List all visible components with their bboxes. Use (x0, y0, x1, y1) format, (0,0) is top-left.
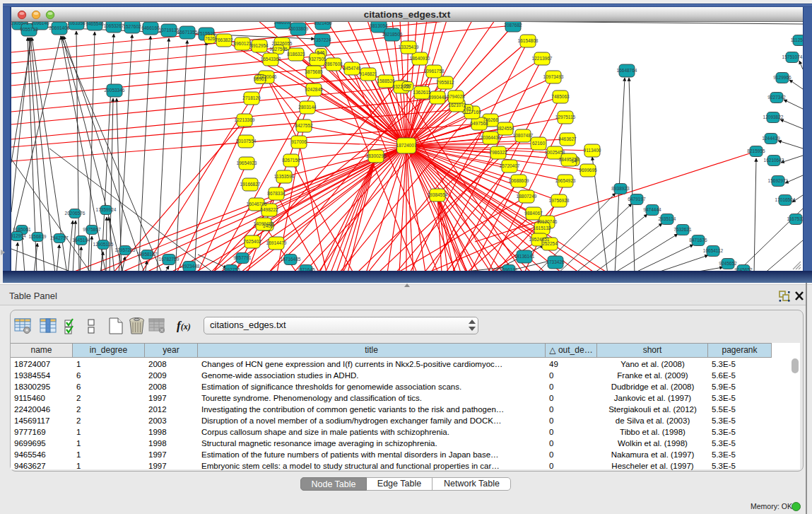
svg-text:9113400: 9113400 (584, 148, 601, 153)
svg-text:257: 257 (404, 83, 412, 88)
svg-text:15716485: 15716485 (281, 257, 301, 262)
svg-text:9185061: 9185061 (13, 227, 31, 232)
svg-text:8938923: 8938923 (611, 186, 630, 191)
svg-text:9699695: 9699695 (579, 168, 597, 173)
svg-text:8186323: 8186323 (287, 52, 305, 57)
svg-text:12923448: 12923448 (180, 264, 200, 269)
svg-text:10120746: 10120746 (537, 219, 558, 224)
svg-text:9975867: 9975867 (83, 227, 101, 232)
svg-text:12093822: 12093822 (763, 115, 784, 119)
svg-text:1362615: 1362615 (413, 90, 431, 95)
svg-text:1733426: 1733426 (546, 259, 565, 264)
svg-text:17016504: 17016504 (775, 197, 796, 202)
svg-text:15751074: 15751074 (782, 54, 803, 59)
svg-text:10688609: 10688609 (509, 178, 529, 183)
svg-text:16914479: 16914479 (266, 240, 287, 245)
svg-text:2935114: 2935114 (659, 216, 676, 221)
svg-text:12213967: 12213967 (532, 56, 553, 61)
svg-text:3875685: 3875685 (305, 69, 323, 74)
svg-text:7515526: 7515526 (197, 31, 216, 36)
svg-text:1244419: 1244419 (762, 136, 780, 141)
svg-text:16154808: 16154808 (518, 38, 539, 43)
svg-text:19218506: 19218506 (382, 32, 403, 37)
svg-text:2718120: 2718120 (242, 95, 261, 100)
svg-text:12975115: 12975115 (555, 115, 576, 119)
svg-text:8427552: 8427552 (295, 123, 313, 128)
svg-text:8267150: 8267150 (282, 158, 300, 163)
svg-text:3824554: 3824554 (496, 126, 514, 131)
svg-text:1063358: 1063358 (67, 22, 86, 25)
svg-text:10807487: 10807487 (513, 133, 534, 138)
svg-text:1588520: 1588520 (377, 78, 395, 83)
svg-text:15692971: 15692971 (768, 178, 789, 183)
svg-text:10973493: 10973493 (543, 74, 564, 79)
svg-text:1371645: 1371645 (297, 267, 315, 271)
svg-text:546: 546 (317, 50, 325, 55)
svg-text:16046796: 16046796 (247, 201, 267, 206)
svg-text:1905571: 1905571 (11, 22, 29, 25)
svg-text:1615132: 1615132 (533, 226, 551, 230)
svg-text:16648764: 16648764 (617, 68, 637, 73)
svg-text:1696191: 1696191 (500, 267, 518, 271)
svg-text:11353594: 11353594 (274, 174, 295, 179)
svg-text:8678334: 8678334 (267, 191, 286, 196)
svg-text:8912954: 8912954 (250, 43, 269, 48)
svg-text:18495758: 18495758 (559, 157, 579, 162)
svg-text:62160: 62160 (532, 141, 545, 146)
svg-text:7626: 7626 (205, 36, 216, 41)
svg-text:6466160: 6466160 (141, 25, 160, 30)
svg-text:9857791: 9857791 (233, 255, 252, 260)
svg-text:18724007: 18724007 (396, 143, 417, 148)
svg-text:14136141: 14136141 (514, 254, 535, 259)
svg-text:6497568: 6497568 (470, 121, 488, 126)
svg-text:1645194: 1645194 (72, 238, 90, 243)
svg-text:7632621: 7632621 (673, 227, 692, 232)
svg-text:10653267: 10653267 (104, 23, 124, 28)
svg-text:6479197: 6479197 (628, 197, 646, 201)
svg-text:8813054: 8813054 (370, 23, 388, 28)
svg-text:2867608: 2867608 (324, 62, 343, 66)
svg-text:14099489: 14099489 (254, 221, 274, 226)
svg-text:7625402: 7625402 (243, 239, 261, 244)
svg-text:10654112: 10654112 (703, 248, 724, 253)
svg-text:9327505: 9327505 (308, 57, 326, 62)
svg-text:10025458: 10025458 (545, 150, 565, 155)
svg-text:15720407: 15720407 (500, 163, 520, 168)
svg-text:7663822: 7663822 (215, 37, 233, 42)
svg-text:8215955: 8215955 (747, 148, 765, 153)
svg-text:98961: 98961 (254, 76, 266, 81)
svg-text:7485063: 7485063 (551, 94, 570, 99)
svg-text:3912954: 3912954 (11, 233, 26, 238)
svg-text:2096140: 2096140 (31, 22, 49, 25)
svg-text:1156819: 1156819 (29, 234, 47, 239)
svg-text:18300295: 18300295 (366, 153, 387, 158)
svg-text:2942757: 2942757 (50, 235, 69, 240)
svg-text:9055713: 9055713 (20, 27, 38, 32)
svg-text:1527602: 1527602 (123, 24, 141, 29)
svg-text:16782759: 16782759 (159, 257, 180, 262)
svg-text:9474444: 9474444 (643, 207, 661, 212)
svg-text:252254: 252254 (542, 241, 558, 246)
svg-text:16033809: 16033809 (288, 26, 309, 31)
svg-text:8471676: 8471676 (689, 238, 707, 243)
svg-text:12905135: 12905135 (93, 242, 114, 247)
svg-text:18640910: 18640910 (410, 56, 430, 61)
svg-text:19654923: 19654923 (237, 160, 257, 165)
svg-text:8960123: 8960123 (233, 41, 252, 46)
svg-text:9327505: 9327505 (269, 47, 288, 52)
svg-text:13325419: 13325419 (399, 45, 419, 49)
svg-text:2803144: 2803144 (298, 105, 317, 110)
svg-text:10107554: 10107554 (236, 139, 257, 144)
svg-text:1092755: 1092755 (222, 267, 240, 271)
svg-text:20364436: 20364436 (481, 135, 501, 140)
svg-text:9884067: 9884067 (524, 211, 543, 216)
svg-text:6498222: 6498222 (260, 207, 278, 212)
svg-text:9245652: 9245652 (719, 261, 737, 266)
svg-text:8921450: 8921450 (314, 22, 332, 25)
svg-text:18807249: 18807249 (517, 194, 537, 199)
svg-text:19756928: 19756928 (549, 198, 570, 203)
svg-text:9227342: 9227342 (767, 95, 786, 100)
svg-text:9465546: 9465546 (86, 22, 104, 26)
svg-text:9129966: 9129966 (773, 75, 792, 80)
svg-text:20206576: 20206576 (65, 211, 86, 216)
